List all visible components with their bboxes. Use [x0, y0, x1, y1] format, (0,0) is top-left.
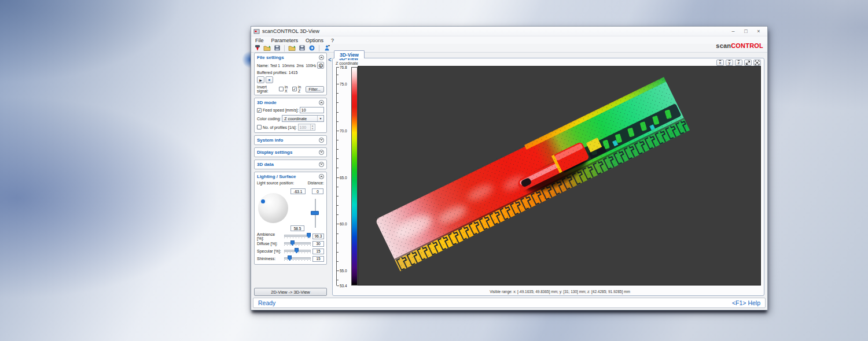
switch-view-button[interactable]: 2D-View -> 3D-View	[254, 288, 327, 296]
scale-minor-tick	[337, 252, 339, 253]
profiles-checkbox[interactable]	[257, 125, 262, 129]
scale-minor-tick	[337, 196, 339, 197]
view-orientation-buttons: x y z	[716, 60, 761, 66]
scale-tick-label: 76.8	[340, 65, 347, 69]
scale-minor-tick	[337, 75, 339, 75]
filter-button[interactable]: Filter...	[306, 86, 324, 92]
scale-minor-tick	[337, 121, 339, 122]
maximize-button[interactable]: □	[740, 27, 752, 36]
scale-major-tick: 55.0	[337, 270, 339, 271]
expand-3d-data-button[interactable]	[319, 162, 324, 167]
menu-help[interactable]: ?	[331, 38, 334, 43]
buffered-profiles-label: Buffered profiles:	[257, 71, 288, 75]
invert-x-checkbox[interactable]	[279, 87, 284, 91]
tab-3d-view[interactable]: 3D-View	[334, 50, 365, 58]
view-y-button[interactable]: y	[726, 60, 733, 66]
menu-file[interactable]: File	[255, 38, 264, 43]
scale-major-tick: 70.0	[337, 131, 339, 131]
section-3d-data: 3D data	[254, 160, 327, 169]
scale-tick-label: 55.0	[340, 269, 347, 273]
scale-tick-label: 60.0	[340, 222, 347, 226]
light-position-dot[interactable]	[261, 199, 265, 203]
file-settings-title: File settings	[257, 55, 284, 60]
view-x-button[interactable]: x	[716, 60, 724, 66]
invert-z-checkbox[interactable]: ✓	[292, 87, 297, 91]
slider-value[interactable]	[312, 233, 324, 239]
expand-display-settings-button[interactable]	[319, 150, 324, 155]
lighting-sliders: Ambience [%]:Diffuse [%]:Specular [%]:Sh…	[257, 232, 324, 262]
toolbar-separator	[284, 45, 285, 51]
slider-value[interactable]	[312, 249, 324, 254]
light-azimuth-value[interactable]	[290, 188, 306, 194]
slider-track[interactable]	[284, 240, 311, 247]
help-hint[interactable]: <F1> Help	[732, 299, 760, 306]
scale-tick-label: 65.0	[340, 175, 347, 179]
toolbar-separator	[319, 45, 319, 51]
color-coding-select[interactable]: Z coordinate▼	[282, 115, 324, 122]
file-info-button[interactable]: i	[317, 62, 324, 69]
open-profiles-icon[interactable]	[263, 45, 271, 52]
expand-system-info-button[interactable]	[319, 138, 324, 143]
menu-options[interactable]: Options	[306, 38, 323, 43]
light-elevation-value[interactable]	[290, 225, 304, 231]
slider-label: Specular [%]:	[257, 249, 282, 253]
section-file-settings: File settings Name: Test 1_10mms_2ms_100…	[254, 53, 327, 95]
collapse-lighting-button[interactable]	[319, 174, 324, 179]
scale-tick-label: 53.4	[340, 284, 347, 288]
slider-track[interactable]	[284, 248, 311, 254]
color-scale: 76.875.070.065.060.055.053.4	[336, 67, 357, 286]
visible-range-text: Visible range: x: [-49.1635; 49.8365] mm…	[356, 290, 764, 294]
spinner-down-icon: ▼	[311, 127, 315, 130]
panel-collapse-arrow[interactable]: <	[328, 57, 332, 63]
view-isometric-button[interactable]	[744, 60, 752, 66]
settings-icon[interactable]	[323, 45, 330, 52]
3d-viewport[interactable]	[358, 66, 761, 286]
3d-view-groupbox: 3D-View Z coordinate 76.875.070.065.060.…	[332, 58, 764, 296]
save-parameters-icon[interactable]	[298, 45, 306, 52]
3d-mode-title: 3D mode	[257, 100, 277, 105]
lighting-slider-row: Specular [%]:	[257, 247, 324, 255]
scale-minor-tick	[337, 214, 339, 215]
stop-button[interactable]: ■	[266, 76, 273, 83]
scale-axis: 76.875.070.065.060.055.053.4	[336, 67, 351, 286]
open-parameters-icon[interactable]	[288, 45, 296, 52]
light-position-sphere[interactable]	[258, 193, 288, 223]
window-title: scanCONTROL 3D-View	[262, 28, 319, 34]
menu-parameters[interactable]: Parameters	[271, 38, 299, 43]
zipper-scan-render	[358, 66, 760, 285]
slider-track[interactable]	[284, 233, 311, 239]
scale-minor-tick	[337, 112, 339, 113]
scale-minor-tick	[337, 168, 339, 168]
profiles-label: No. of profiles [1/s]:	[263, 125, 297, 129]
feed-speed-input[interactable]	[300, 107, 324, 113]
scale-major-tick: 65.0	[337, 177, 339, 178]
slider-value[interactable]	[312, 241, 324, 247]
sensor-connect-icon[interactable]	[253, 45, 261, 52]
view-z-button[interactable]: z	[735, 60, 742, 66]
close-button[interactable]: ×	[752, 27, 765, 36]
feed-speed-checkbox[interactable]: ✓	[257, 108, 262, 113]
scale-minor-tick	[337, 187, 339, 187]
save-profiles-icon[interactable]	[273, 45, 281, 52]
minimize-button[interactable]: –	[727, 27, 740, 36]
lighting-slider-row: Ambience [%]:	[257, 232, 324, 240]
collapse-file-settings-button[interactable]	[319, 55, 324, 60]
distance-slider-handle[interactable]	[311, 211, 319, 215]
title-bar[interactable]: scanCONTROL 3D-View – □ ×	[251, 27, 767, 36]
slider-label: Ambience [%]:	[257, 232, 282, 240]
zoom-fit-button[interactable]	[753, 60, 761, 66]
slider-value[interactable]	[312, 256, 324, 262]
collapse-3d-mode-button[interactable]	[319, 100, 324, 105]
export-data-icon[interactable]	[308, 45, 315, 52]
scale-minor-tick	[337, 280, 339, 280]
scale-major-tick: 53.4	[337, 286, 339, 286]
profiles-spinner[interactable]: 100 ▲▼	[298, 124, 315, 131]
distance-slider[interactable]	[311, 199, 319, 228]
scale-minor-tick	[337, 102, 339, 103]
system-info-title: System info	[257, 138, 283, 143]
scale-minor-tick	[337, 158, 339, 159]
play-button[interactable]: ▶	[257, 76, 264, 83]
light-position-label: Light source position:	[257, 181, 294, 185]
distance-value[interactable]	[312, 188, 323, 194]
slider-track[interactable]	[284, 255, 311, 262]
